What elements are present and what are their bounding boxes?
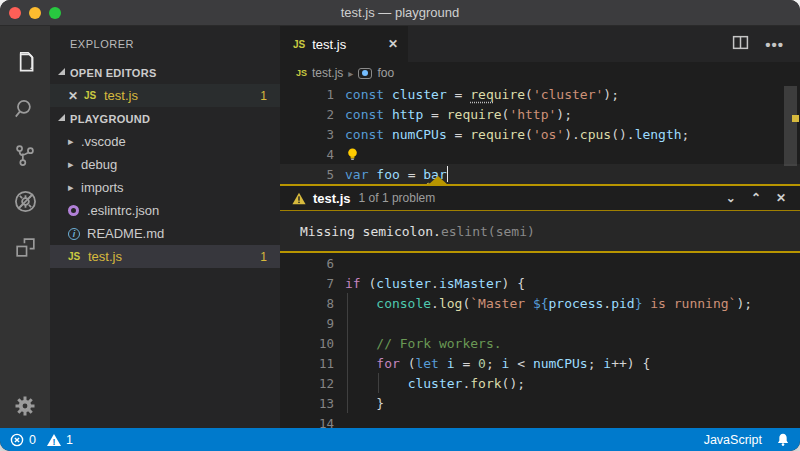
tree-item--eslintrc-json[interactable]: .eslintrc.json bbox=[50, 199, 280, 222]
language-mode[interactable]: JavaScript bbox=[704, 433, 762, 447]
symbol-variable-icon bbox=[358, 68, 372, 79]
sidebar-explorer: EXPLORER OPEN EDITORS✕JStest.js1PLAYGROU… bbox=[50, 26, 280, 428]
line-content: const cluster = require('cluster'); bbox=[345, 84, 619, 104]
line-number: 6 bbox=[280, 256, 334, 271]
code-token: } bbox=[376, 396, 384, 411]
code-line-10[interactable]: 10 // Fork workers. bbox=[280, 333, 800, 353]
code-line-4[interactable]: 4 bbox=[280, 144, 800, 164]
code-token: http bbox=[392, 107, 431, 122]
code-token: is running` bbox=[642, 296, 736, 311]
code-token: 'cluster' bbox=[533, 87, 603, 102]
overview-ruler-warning-mark bbox=[792, 115, 799, 122]
warning-count: 1 bbox=[66, 433, 73, 447]
problem-count-badge: 1 bbox=[260, 89, 267, 103]
code-token: ( bbox=[525, 87, 533, 102]
code-line-6[interactable]: 6 bbox=[280, 253, 800, 273]
code-token: < bbox=[517, 356, 533, 371]
code-line-5[interactable]: 5var foo = bar bbox=[280, 164, 800, 184]
code-line-14[interactable]: 14 bbox=[280, 413, 800, 428]
code-line-11[interactable]: 11 for (let i = 0; i < numCPUs; i++) { bbox=[280, 353, 800, 373]
code-line-8[interactable]: 8 console.log(`Master ${process.pid} is … bbox=[280, 293, 800, 313]
indent-guide bbox=[347, 333, 348, 353]
line-content: const http = require('http'); bbox=[345, 104, 572, 124]
code-token: process bbox=[549, 296, 604, 311]
peek-message-row[interactable]: Missing semicolon. eslint(semi) bbox=[280, 211, 800, 251]
code-line-2[interactable]: 2const http = require('http'); bbox=[280, 104, 800, 124]
indent-guide bbox=[347, 373, 348, 393]
breadcrumb-symbol[interactable]: foo bbox=[377, 66, 394, 80]
code-token: isMaster bbox=[439, 276, 502, 291]
code-token: i bbox=[447, 356, 463, 371]
code-line-13[interactable]: 13 } bbox=[280, 393, 800, 413]
line-content: cluster.fork(); bbox=[345, 373, 525, 393]
close-editor-icon[interactable]: ✕ bbox=[68, 89, 84, 103]
problems-status[interactable]: 0 ! 1 bbox=[10, 433, 73, 447]
more-actions-icon[interactable]: ••• bbox=[765, 36, 784, 53]
code-token: ; bbox=[682, 127, 690, 142]
error-count: 0 bbox=[29, 433, 36, 447]
explorer-icon[interactable] bbox=[7, 40, 43, 86]
code-token bbox=[345, 296, 376, 311]
code-token: for bbox=[376, 356, 407, 371]
file-name-label: .eslintrc.json bbox=[87, 203, 159, 218]
code-token: . bbox=[603, 296, 611, 311]
code-line-9[interactable]: 9 bbox=[280, 313, 800, 333]
lightbulb-icon[interactable] bbox=[345, 147, 360, 162]
tree-item-debug[interactable]: ▸debug bbox=[50, 153, 280, 176]
code-token: = bbox=[455, 87, 471, 102]
line-content: if (cluster.isMaster) { bbox=[345, 273, 525, 293]
tree-item-test-js[interactable]: JStest.js1 bbox=[50, 245, 280, 268]
close-peek-icon[interactable]: ✕ bbox=[776, 191, 786, 205]
breadcrumb-file[interactable]: test.js bbox=[312, 66, 343, 80]
debug-icon[interactable] bbox=[7, 178, 43, 224]
js-file-icon: JS bbox=[293, 39, 305, 50]
code-token: ; bbox=[588, 356, 604, 371]
tab-close-icon[interactable]: ✕ bbox=[388, 37, 398, 51]
source-control-icon[interactable] bbox=[7, 132, 43, 178]
code-editor[interactable]: 1const cluster = require('cluster');2con… bbox=[280, 84, 800, 428]
code-token: 'os' bbox=[533, 127, 564, 142]
tree-item-test-js[interactable]: ✕JStest.js1 bbox=[50, 84, 280, 107]
next-problem-icon[interactable]: ⌄ bbox=[726, 191, 736, 205]
warning-icon: ! bbox=[47, 434, 61, 446]
notifications-bell-icon[interactable] bbox=[776, 432, 790, 447]
line-content: // Fork workers. bbox=[345, 333, 502, 353]
code-token: ) { bbox=[627, 356, 650, 371]
code-token: cluster bbox=[392, 87, 455, 102]
tab-testjs[interactable]: JS test.js ✕ bbox=[280, 26, 408, 62]
code-token: ); bbox=[736, 296, 752, 311]
code-line-12[interactable]: 12 cluster.fork(); bbox=[280, 373, 800, 393]
tree-item-imports[interactable]: ▸imports bbox=[50, 176, 280, 199]
line-number: 7 bbox=[280, 276, 334, 291]
code-token: i bbox=[603, 356, 611, 371]
tree-item--vscode[interactable]: ▸.vscode bbox=[50, 130, 280, 153]
readme-info-icon: i bbox=[68, 228, 80, 240]
section-header-open-editors[interactable]: OPEN EDITORS bbox=[50, 61, 280, 84]
section-header-playground[interactable]: PLAYGROUND bbox=[50, 107, 280, 130]
previous-problem-icon[interactable]: ⌃ bbox=[751, 191, 761, 205]
code-line-7[interactable]: 7if (cluster.isMaster) { bbox=[280, 273, 800, 293]
code-token: ); bbox=[556, 107, 572, 122]
code-token: numCPUs bbox=[533, 356, 588, 371]
sidebar-sections: OPEN EDITORS✕JStest.js1PLAYGROUND▸.vscod… bbox=[50, 61, 280, 268]
eslint-file-icon bbox=[68, 205, 79, 216]
code-token: const bbox=[345, 127, 392, 142]
tree-item-readme-md[interactable]: iREADME.md bbox=[50, 222, 280, 245]
chevron-right-icon: ▸ bbox=[348, 68, 353, 79]
split-editor-icon[interactable] bbox=[732, 34, 749, 55]
code-token: var bbox=[345, 167, 376, 182]
code-token: 0 bbox=[478, 356, 486, 371]
code-token: const bbox=[345, 87, 392, 102]
search-icon[interactable] bbox=[7, 86, 43, 132]
code-token: 'http' bbox=[509, 107, 556, 122]
code-line-1[interactable]: 1const cluster = require('cluster'); bbox=[280, 84, 800, 104]
code-token: ) { bbox=[502, 276, 525, 291]
settings-gear-icon[interactable] bbox=[0, 394, 50, 418]
line-content: } bbox=[345, 393, 384, 413]
js-file-icon: JS bbox=[84, 90, 104, 101]
extensions-icon[interactable] bbox=[7, 224, 43, 270]
window-title: test.js — playground bbox=[0, 5, 800, 20]
editor-scrollbar[interactable] bbox=[784, 86, 797, 166]
indent-guide bbox=[347, 293, 348, 313]
code-line-3[interactable]: 3const numCPUs = require('os').cpus().le… bbox=[280, 124, 800, 144]
